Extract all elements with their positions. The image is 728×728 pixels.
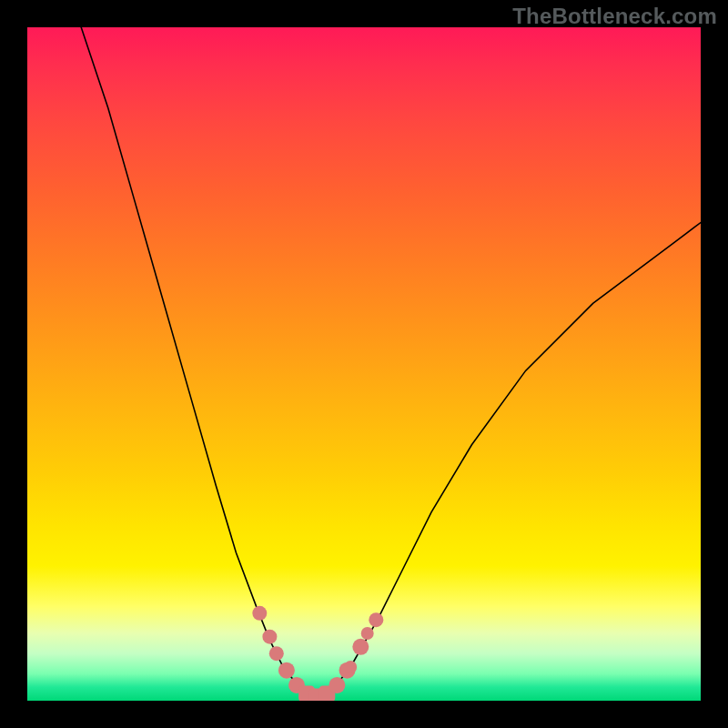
plot-area (27, 27, 701, 701)
trough-marker (361, 627, 374, 640)
trough-marker (369, 612, 383, 627)
trough-marker (352, 639, 369, 655)
trough-markers (252, 606, 383, 701)
bottleneck-curve (81, 27, 701, 697)
watermark-text: TheBottleneck.com (512, 4, 717, 29)
chart-svg (27, 27, 701, 701)
chart-frame: TheBottleneck.com (0, 0, 728, 728)
trough-marker (344, 661, 357, 673)
trough-marker (269, 646, 284, 661)
trough-marker (252, 606, 267, 621)
trough-marker (278, 662, 295, 679)
trough-marker (262, 630, 277, 644)
trough-marker (329, 677, 345, 693)
